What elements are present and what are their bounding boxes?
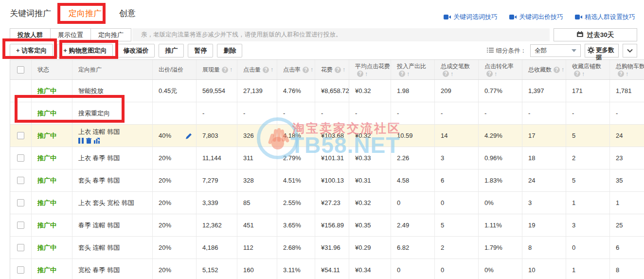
sort-arrow-icon[interactable]: ↑ [494,71,497,77]
metric-cell: 4,186 [197,237,237,259]
promote-button[interactable]: 推广 [159,44,184,57]
help-icon: ? [335,67,341,73]
metric-value: - [441,110,443,117]
metric-value: 0 [572,244,575,251]
link-keyword-bidding-tips[interactable]: 关键词出价技巧 [509,13,563,21]
metric-value: 1.98 [397,87,409,94]
targeting-name-cell: 套头 春季 韩国 [72,169,153,191]
metric-cell: 1.11% [479,214,522,236]
metric-cell: 1,397 [522,80,566,102]
metric-cell: ¥0.29 [349,237,391,259]
metric-cell: - [277,102,315,124]
metric-cell: ¥0.32 [349,80,391,102]
nav-keyword-promotion[interactable]: 关键词推广 [10,8,51,23]
pause-icon[interactable] [78,138,84,144]
sort-arrow-icon[interactable]: ↑ [342,66,345,73]
row-checkbox-cell [10,147,32,169]
collapse-data-button[interactable] [623,44,637,57]
metric-cell: ¥0.32 [349,192,391,214]
metric-value: 4.58 [397,177,409,184]
metric-value: ¥0.35 [355,222,371,229]
pause-button[interactable]: 暂停 [188,44,213,57]
help-icon: ? [554,67,560,73]
calendar-icon [577,31,584,39]
metric-cell: 6 [610,237,644,259]
select-all-checkbox[interactable] [17,66,24,74]
status-cell: 推广中 [32,125,72,147]
column-header-2: 定向推广 [72,60,153,79]
sort-arrow-icon[interactable]: ↑ [561,66,564,73]
row-checkbox[interactable] [17,132,24,139]
metric-value: 0.96% [484,154,502,162]
row-checkbox[interactable] [17,244,24,251]
bid-value: 20% [159,222,171,229]
metric-value: 0 [397,266,400,274]
report-icon[interactable] [94,138,100,144]
column-header-11: 点击转化率?↑ [479,60,522,79]
row-checkbox[interactable] [17,154,24,162]
bid-premium-cell: 20% [153,237,197,259]
column-header-12: 总收藏数?↑ [522,60,566,79]
sort-arrow-icon[interactable]: ↑ [230,66,233,73]
metric-cell: ¥100.13 [315,169,349,191]
sort-arrow-icon[interactable]: ↑ [450,71,453,77]
row-checkbox[interactable] [17,222,24,229]
trash-icon[interactable] [86,138,91,144]
metric-value: 311 [243,154,253,162]
sort-arrow-icon[interactable]: ↑ [407,71,410,77]
metric-value: 18 [528,154,535,162]
sort-arrow-icon[interactable]: ↑ [626,71,628,77]
sort-arrow-icon[interactable]: ↑ [270,66,273,73]
metric-value: 6 [441,177,444,184]
tab-audience[interactable]: 投放人群 [10,28,51,41]
bid-value: 40% [159,132,171,139]
row-checkbox[interactable] [17,177,24,184]
metric-cell: 4.58 [391,169,435,191]
metric-value: 0 [397,199,400,206]
table-row: 推广中智能投放0.45元569,55427,1394.76%¥8,658.72¥… [10,80,644,102]
metric-value: ¥27.23 [321,199,340,206]
metric-value: ¥0.31 [355,177,371,184]
metric-value: 4.18% [283,132,301,139]
filter-selected-value: 全部 [535,47,547,55]
metric-cell: ¥8,658.72 [315,80,349,102]
metric-cell: 24 [522,169,566,191]
nav-creative[interactable]: 创意 [119,8,136,23]
link-keyword-selection-tips[interactable]: 关键词选词技巧 [444,13,498,21]
bid-value: 20% [159,244,171,251]
metric-cell: 0.77% [479,80,522,102]
sort-arrow-icon[interactable]: ↑ [310,66,313,73]
metric-value: ¥8,658.72 [321,87,349,94]
nav-targeted-promotion[interactable]: 定向推广 [69,8,102,23]
modify-premium-button[interactable]: 修改溢价 [117,44,155,57]
metric-value: ¥103.68 [321,132,344,139]
delete-button[interactable]: 删除 [217,44,242,57]
metric-cell: ¥0.33 [349,147,391,169]
sort-arrow-icon[interactable]: ↑ [365,71,368,77]
metric-value: 2.79% [283,154,301,162]
metric-value: - [397,110,399,117]
metric-value: 171 [572,87,583,94]
edit-pencil-icon[interactable] [185,132,192,139]
add-visitor-targeting-button[interactable]: + 访客定向 [10,44,53,57]
tab-targeted-promotion[interactable]: 定向推广 [90,28,131,41]
metric-value: 1.11% [484,222,502,229]
segment-filter-select[interactable]: 全部 [530,44,581,57]
tab-display-position[interactable]: 展示位置 [50,28,91,41]
tabs-row: 投放人群 展示位置 定向推广 亲，老版定向流量将逐步减少并下线，请使用新版的人群… [10,28,637,41]
status-badge: 推广中 [37,176,56,185]
column-label: 定向推广 [78,66,102,74]
bid-premium-cell: 20% [153,169,197,191]
date-range-button[interactable]: 过去30天 [554,28,637,41]
metric-value: 209 [441,87,451,94]
metric-value: 85 [243,199,250,206]
more-data-button[interactable]: 更多数据 [585,44,619,57]
sort-arrow-icon[interactable]: ↑ [582,71,585,77]
metric-value: - [528,110,530,117]
metric-value: 2.68% [283,244,301,251]
row-checkbox[interactable] [17,266,24,274]
help-link-label: 精选人群设置技巧 [585,13,635,21]
link-audience-setting-tips[interactable]: 精选人群设置技巧 [575,13,635,21]
add-shopping-intent-button[interactable]: + 购物意图定向 [57,44,113,57]
row-checkbox[interactable] [17,199,24,206]
